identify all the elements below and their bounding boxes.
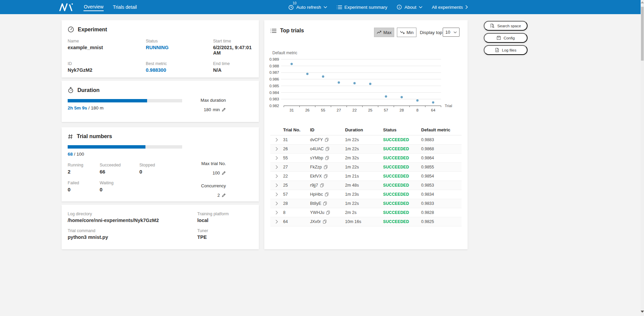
status-cell: SUCCEEDED	[383, 192, 421, 197]
trial-id-cell: YWHJu	[310, 210, 345, 215]
copy-icon[interactable]	[324, 174, 328, 178]
experiment-summary-button[interactable]: Experiment summary	[337, 5, 387, 10]
row-expander[interactable]	[270, 192, 283, 196]
field-label: End time	[213, 61, 253, 66]
table-row[interactable]: 31dvCFY 1m 22sSUCCEEDED0.9883	[270, 135, 462, 145]
duration-elapsed: 2h 5m 9s	[68, 105, 87, 110]
copy-icon[interactable]	[324, 165, 328, 169]
min-toggle-button[interactable]: Min	[397, 28, 416, 37]
trial-no-cell: 27	[283, 165, 310, 169]
expand-chevron-icon[interactable]	[275, 147, 278, 151]
edit-pencil-icon[interactable]	[222, 171, 226, 175]
svg-text:22: 22	[352, 108, 357, 112]
top-trials-chart[interactable]: 0.9890.9880.9870.9860.9850.9840.9830.982…	[264, 55, 468, 118]
about-menu[interactable]: About	[397, 4, 422, 10]
table-row[interactable]: 28Bt8yE 1m 22sSUCCEEDED0.9833	[270, 199, 462, 208]
table-row[interactable]: 22EkfVX 1m 21sSUCCEEDED0.9854	[270, 172, 462, 181]
trial-id-text: FkZzp	[310, 165, 322, 169]
expand-chevron-icon[interactable]	[275, 183, 278, 187]
edit-pencil-icon[interactable]	[222, 193, 226, 197]
trend-down-icon	[400, 31, 405, 34]
svg-text:0.984: 0.984	[269, 91, 279, 95]
row-expander[interactable]	[270, 220, 283, 224]
copy-icon[interactable]	[320, 183, 324, 187]
tab-overview[interactable]: Overview	[83, 3, 104, 11]
duration-cell: 2m 2s	[345, 210, 383, 215]
expand-chevron-icon[interactable]	[275, 220, 278, 224]
field-value: local	[197, 218, 253, 223]
search-space-button[interactable]: Search space	[484, 21, 528, 31]
table-row[interactable]: 64JXv0r 10m 16sSUCCEEDED0.9825	[270, 217, 462, 226]
row-expander[interactable]	[270, 174, 283, 178]
max-toggle-button[interactable]: Max	[374, 28, 394, 37]
table-row[interactable]: 26o4UAC 1m 22sSUCCEEDED0.9868	[270, 145, 462, 154]
concurrency-value: 2	[217, 193, 220, 198]
experiment-summary-label: Experiment summary	[344, 5, 387, 10]
display-top-dropdown[interactable]: 10	[443, 28, 460, 37]
trial-no-cell: 8	[283, 210, 310, 215]
log-files-label: Log files	[502, 48, 516, 52]
field-value: 0.988300	[146, 67, 213, 73]
duration-total: / 180 m	[87, 105, 104, 110]
field-label: Log directory	[68, 212, 197, 216]
field: Running2	[68, 163, 100, 175]
copy-icon[interactable]	[326, 147, 329, 151]
expand-chevron-icon[interactable]	[275, 174, 278, 178]
field: Log directory/home/core/nni-experiments/…	[68, 212, 197, 223]
row-expander[interactable]	[270, 211, 283, 215]
row-expander[interactable]	[270, 183, 283, 187]
expand-chevron-icon[interactable]	[275, 192, 278, 196]
auto-refresh-control[interactable]: 10 Auto refresh	[288, 4, 327, 10]
duration-cell: 2m 32s	[345, 156, 383, 160]
svg-text:8: 8	[416, 108, 418, 112]
tab-trials-detail[interactable]: Trials detail	[112, 3, 137, 11]
expand-chevron-icon[interactable]	[275, 211, 278, 215]
scrollbar-down-arrow-icon[interactable]	[641, 311, 644, 313]
table-row[interactable]: 57HpHbc 1m 23sSUCCEEDED0.9834	[270, 190, 462, 199]
copy-icon[interactable]	[326, 211, 330, 215]
copy-icon[interactable]	[323, 201, 327, 206]
scrollbar-thumb[interactable]	[641, 7, 644, 61]
top-trials-card: Top trials Max Min Display top 10 Defaul…	[264, 20, 468, 249]
duration-cell: 1m 22s	[345, 137, 383, 142]
chevron-down-icon	[324, 6, 327, 8]
copy-icon[interactable]	[325, 138, 329, 142]
scrollbar-up-arrow-icon[interactable]	[641, 1, 644, 3]
expand-chevron-icon[interactable]	[275, 201, 278, 206]
log-files-button[interactable]: Log files	[484, 45, 528, 55]
display-top-label: Display top	[420, 30, 442, 35]
row-expander[interactable]	[270, 201, 283, 206]
table-row[interactable]: 55sYMbp 2m 32sSUCCEEDED0.9864	[270, 154, 462, 163]
gauge-icon	[68, 26, 74, 33]
max-duration-unit: min	[213, 107, 220, 112]
table-row[interactable]: 27FkZzp 1m 22sSUCCEEDED0.9855	[270, 163, 462, 172]
row-expander[interactable]	[270, 156, 283, 160]
edit-pencil-icon[interactable]	[222, 107, 226, 112]
field: StatusRUNNING	[146, 39, 213, 56]
row-expander[interactable]	[270, 147, 283, 151]
col-trial-no: Trial No.	[283, 127, 310, 132]
hash-icon	[68, 134, 73, 139]
expand-chevron-icon[interactable]	[275, 156, 278, 160]
all-experiments-link[interactable]: All experiments	[432, 5, 468, 10]
table-row[interactable]: 8YWHJu 2m 2sSUCCEEDED0.9828	[270, 208, 462, 217]
copy-icon[interactable]	[323, 220, 327, 224]
trials-total: / 100	[73, 152, 84, 157]
config-button[interactable]: Config	[484, 33, 528, 43]
copy-icon[interactable]	[325, 192, 329, 196]
trial-numbers-card-title: Trial numbers	[77, 133, 112, 139]
row-expander[interactable]	[270, 138, 283, 142]
trial-id-text: o4UAC	[310, 147, 324, 151]
field: Training platformlocal	[197, 212, 253, 223]
svg-text:0.982: 0.982	[269, 104, 279, 108]
expand-chevron-icon[interactable]	[275, 165, 278, 169]
duration-cell: 1m 22s	[345, 165, 383, 169]
row-expander[interactable]	[270, 165, 283, 169]
duration-cell: 1m 21s	[345, 174, 383, 179]
scrollbar[interactable]	[641, 0, 644, 316]
table-row[interactable]: 25r9jj7 2m 48sSUCCEEDED0.9853	[270, 181, 462, 190]
top-navbar: Overview Trials detail 10 Auto refresh E…	[0, 0, 644, 14]
config-box-icon	[497, 36, 501, 40]
expand-chevron-icon[interactable]	[275, 138, 278, 142]
copy-icon[interactable]	[325, 156, 329, 160]
